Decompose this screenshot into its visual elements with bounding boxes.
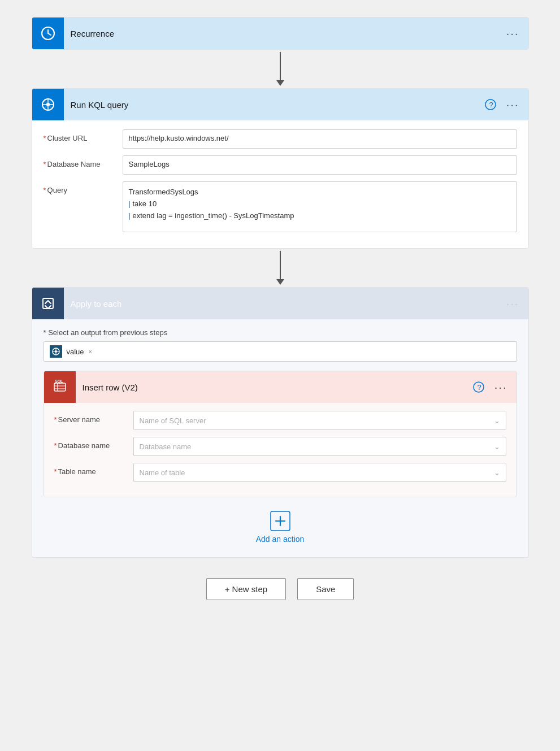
kql-icon-container [32,89,64,120]
sql-icon: SQL [52,379,68,395]
svg-text:?: ? [477,383,481,392]
value-tag-text: value [67,348,84,356]
arrow-connector-2 [276,251,284,285]
query-row: *Query TransformedSysLogs | take 10 | ex… [44,181,517,232]
loop-icon-container [32,288,64,319]
svg-text:SQL: SQL [55,379,63,384]
recurrence-card: Recurrence ··· [32,17,529,50]
add-action-icon [270,511,290,531]
database-name-row: *Database Name SampleLogs [44,155,517,175]
table-name-placeholder: Name of table [140,468,185,477]
run-kql-help-button[interactable]: ? [483,97,498,112]
insert-row-card: SQL Insert row (V2) ? ··· [44,371,517,497]
table-name-row: *Table name Name of table ⌄ [54,463,506,482]
run-kql-actions: ? ··· [483,96,528,114]
recurrence-icon-container [32,18,64,49]
arrow-head-1 [276,80,284,86]
kql-small-icon [51,347,60,356]
database-name-input[interactable]: SampleLogs [123,155,517,175]
save-button[interactable]: Save [297,578,354,600]
apply-to-each-actions: ··· [504,295,528,312]
server-name-label: *Server name [54,411,133,424]
loop-icon [40,296,56,311]
insert-row-header: SQL Insert row (V2) ? ··· [44,371,516,403]
cluster-url-required: * [44,134,46,142]
query-label: *Query [44,181,123,194]
svg-rect-16 [54,383,66,391]
clock-icon [40,25,56,41]
recurrence-title: Recurrence [64,29,504,38]
svg-point-15 [55,350,57,353]
cluster-url-label: *Cluster URL [44,129,123,142]
db-name-label: *Database name [54,437,133,450]
run-kql-title: Run KQL query [64,100,483,110]
bottom-buttons: + New step Save [206,578,354,600]
db-name-placeholder: Database name [140,442,192,451]
server-name-dropdown[interactable]: Name of SQL server ⌄ [133,411,506,430]
arrow-connector-1 [276,52,284,86]
db-name-row: *Database name Database name ⌄ [54,437,506,456]
run-kql-more-button[interactable]: ··· [504,96,522,114]
server-name-chevron: ⌄ [494,416,500,425]
run-kql-card: Run KQL query ? ··· *Cluster URL [32,88,529,249]
arrow-head-2 [276,279,284,285]
recurrence-actions: ··· [504,25,528,42]
value-tag-icon [50,345,62,358]
run-kql-header: Run KQL query ? ··· [32,89,528,120]
recurrence-header: Recurrence ··· [32,18,528,49]
table-name-dropdown[interactable]: Name of table ⌄ [133,463,506,482]
value-tag-close-button[interactable]: × [89,348,92,355]
run-kql-body: *Cluster URL https://help.kusto.windows.… [32,120,528,248]
arrow-line-2 [280,251,281,279]
arrow-line-1 [280,52,281,80]
kql-icon [40,97,56,112]
query-input[interactable]: TransformedSysLogs | take 10 | extend la… [123,181,517,232]
value-tag-row[interactable]: value × [44,341,517,362]
insert-row-more-button[interactable]: ··· [492,379,510,396]
table-name-chevron: ⌄ [494,468,500,477]
select-output-label: * Select an output from previous steps [44,328,517,337]
database-name-required: * [44,160,46,168]
insert-row-title: Insert row (V2) [76,383,471,392]
insert-row-help-button[interactable]: ? [471,379,487,395]
add-action-label: Add an action [256,535,305,544]
svg-text:?: ? [489,101,493,109]
insert-help-icon: ? [473,381,484,393]
cluster-url-input[interactable]: https://help.kusto.windows.net/ [123,129,517,149]
server-name-placeholder: Name of SQL server [140,416,206,425]
cluster-url-row: *Cluster URL https://help.kusto.windows.… [44,129,517,149]
query-line-3: | extend lag = ingestion_time() - SysLog… [129,210,511,222]
query-line-2: | take 10 [129,198,511,210]
table-name-label: *Table name [54,463,133,476]
apply-to-each-more-button[interactable]: ··· [504,295,522,312]
svg-line-2 [48,33,51,35]
insert-row-actions: ? ··· [471,379,516,396]
query-line-1: TransformedSysLogs [129,186,511,198]
add-action-area: Add an action [44,511,517,544]
add-action-button[interactable]: Add an action [256,511,305,544]
insert-row-body: *Server name Name of SQL server ⌄ *Datab… [44,403,516,497]
db-name-dropdown[interactable]: Database name ⌄ [133,437,506,456]
new-step-button[interactable]: + New step [206,578,286,600]
svg-rect-11 [43,298,53,309]
recurrence-more-button[interactable]: ··· [504,25,522,42]
apply-to-each-container: Apply to each ··· * Select an output fro… [32,287,529,558]
sql-icon-container: SQL [44,371,76,403]
server-name-row: *Server name Name of SQL server ⌄ [54,411,506,430]
database-name-label: *Database Name [44,155,123,168]
apply-to-each-title: Apply to each [64,299,504,309]
help-icon: ? [485,99,496,110]
apply-to-each-header: Apply to each ··· [32,288,528,319]
db-name-chevron: ⌄ [494,442,500,451]
query-required: * [44,186,46,194]
apply-to-each-body: * Select an output from previous steps v… [32,319,528,557]
